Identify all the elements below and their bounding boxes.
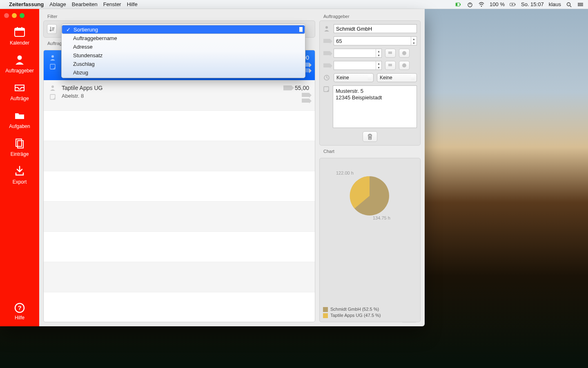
rate-value: 65 bbox=[336, 38, 342, 44]
flag-button[interactable] bbox=[385, 49, 396, 58]
wifi-icon[interactable] bbox=[478, 2, 485, 7]
sidebar-item-kalender[interactable]: Kalender bbox=[0, 22, 39, 50]
trash-icon bbox=[367, 133, 373, 140]
stepper-arrows[interactable]: ▲▼ bbox=[376, 49, 381, 57]
battery-indicator-icon bbox=[455, 2, 462, 7]
list-row-rate: 55,00 bbox=[295, 85, 309, 91]
svg-rect-6 bbox=[515, 4, 515, 5]
sidebar-item-aufgaben[interactable]: Aufgaben bbox=[0, 105, 39, 133]
address-textarea[interactable]: Musterstr. 5 12345 Beispielstadt bbox=[333, 85, 417, 128]
dropdown-option[interactable]: Stundensatz bbox=[62, 51, 305, 60]
discount-input[interactable]: ▲▼ bbox=[334, 61, 382, 70]
menubar-date[interactable]: So. 15:07 bbox=[521, 1, 544, 7]
surcharge-input[interactable]: ▲▼ bbox=[334, 49, 382, 58]
globe-icon bbox=[402, 63, 407, 68]
dropdown-option[interactable]: Adresse bbox=[62, 43, 305, 51]
calendar-icon bbox=[13, 26, 26, 38]
sidebar-item-export[interactable]: Export bbox=[0, 161, 39, 189]
stepper-arrows[interactable]: ▲▼ bbox=[411, 37, 416, 45]
sidebar-item-label: Aufgaben bbox=[9, 123, 30, 129]
globe-button[interactable] bbox=[399, 61, 410, 70]
list-row[interactable] bbox=[44, 141, 315, 171]
menu-hilfe[interactable]: Hilfe bbox=[127, 1, 138, 7]
tag-icon bbox=[323, 62, 330, 69]
svg-rect-16 bbox=[16, 139, 22, 146]
window-controls bbox=[0, 11, 39, 22]
sidebar-item-label: Hilfe bbox=[13, 315, 26, 321]
dropdown-option[interactable]: Sortierung bbox=[62, 25, 305, 34]
svg-rect-2 bbox=[460, 4, 461, 5]
sidebar-item-label: Auftraggeber bbox=[5, 68, 33, 74]
menu-bearbeiten[interactable]: Bearbeiten bbox=[72, 1, 98, 7]
note-icon bbox=[49, 94, 56, 100]
rounding-select-1[interactable]: Keine▲▼ bbox=[334, 73, 374, 82]
flag-icon bbox=[388, 51, 393, 56]
sort-dropdown[interactable]: Sortierung Auftraggebername Adresse Stun… bbox=[61, 24, 305, 78]
list-row[interactable] bbox=[44, 171, 315, 202]
spotlight-icon[interactable] bbox=[566, 2, 572, 7]
list-row[interactable] bbox=[44, 292, 315, 322]
svg-point-4 bbox=[481, 5, 482, 7]
tag-icon bbox=[302, 99, 309, 103]
note-icon bbox=[323, 85, 330, 93]
sort-button[interactable] bbox=[47, 24, 57, 34]
chart-top-label: 122.00 h bbox=[336, 171, 354, 175]
chart-area: 122.00 h 134.75 h Schmidt GmbH (52.5 %) … bbox=[319, 158, 421, 322]
svg-point-7 bbox=[567, 2, 570, 6]
list-row[interactable] bbox=[44, 202, 315, 232]
rate-input[interactable]: 65 ▲▼ bbox=[334, 36, 417, 45]
close-window-button[interactable] bbox=[4, 13, 9, 18]
flag-button[interactable] bbox=[385, 61, 396, 70]
filter-section-label: Filter bbox=[43, 13, 315, 20]
clock-icon bbox=[323, 74, 330, 81]
help-icon: ? bbox=[13, 302, 26, 314]
zoom-window-button[interactable] bbox=[20, 13, 24, 18]
delete-button[interactable] bbox=[363, 131, 377, 142]
list-row[interactable] bbox=[44, 232, 315, 262]
chart-bottom-label: 134.75 h bbox=[373, 215, 390, 220]
minimize-window-button[interactable] bbox=[12, 13, 17, 18]
timer-icon[interactable] bbox=[467, 2, 473, 7]
menu-fenster[interactable]: Fenster bbox=[103, 1, 121, 7]
legend-swatch bbox=[323, 313, 328, 318]
legend-item: Schmidt GmbH (52.5 %) bbox=[323, 306, 381, 312]
svg-rect-1 bbox=[456, 3, 457, 6]
documents-icon bbox=[13, 137, 26, 149]
list-row[interactable] bbox=[44, 262, 315, 292]
globe-button[interactable] bbox=[399, 49, 410, 58]
client-name-input[interactable] bbox=[334, 24, 417, 33]
stepper-arrows[interactable]: ▲▼ bbox=[376, 61, 381, 70]
svg-rect-17 bbox=[18, 141, 23, 148]
tag-icon bbox=[283, 85, 292, 90]
sidebar-item-label: Export bbox=[13, 179, 27, 185]
dropdown-option[interactable]: Abzug bbox=[62, 68, 305, 77]
svg-rect-12 bbox=[15, 28, 24, 31]
export-icon bbox=[13, 165, 26, 177]
flag-icon bbox=[388, 63, 393, 68]
battery-charging-icon bbox=[510, 2, 516, 7]
list-row[interactable]: Taptile Apps UG Abelstr. 8 55,00 bbox=[44, 81, 315, 111]
tag-icon bbox=[323, 49, 330, 57]
svg-rect-25 bbox=[388, 52, 392, 54]
dropdown-option[interactable]: Zuschlag bbox=[62, 60, 305, 68]
pie-chart bbox=[349, 175, 390, 216]
list-row[interactable] bbox=[44, 111, 315, 141]
notification-center-icon[interactable] bbox=[577, 2, 584, 7]
chart-section-label: Chart bbox=[319, 148, 421, 155]
select-value: Keine bbox=[380, 75, 392, 81]
menubar: Zeiterfassung Ablage Bearbeiten Fenster … bbox=[0, 0, 588, 9]
dropdown-option[interactable]: Auftraggebername bbox=[62, 34, 305, 43]
svg-point-24 bbox=[325, 26, 328, 29]
sidebar-item-auftraege[interactable]: Aufträge bbox=[0, 78, 39, 105]
menubar-user[interactable]: klaus bbox=[549, 1, 561, 7]
list-row-name: Taptile Apps UG bbox=[62, 85, 256, 91]
svg-point-8 bbox=[578, 3, 579, 4]
app-menu[interactable]: Zeiterfassung bbox=[9, 1, 44, 7]
sidebar-item-eintraege[interactable]: Einträge bbox=[0, 133, 39, 161]
menu-ablage[interactable]: Ablage bbox=[49, 1, 66, 7]
sidebar-item-label: Einträge bbox=[11, 151, 29, 157]
sidebar-item-auftraggeber[interactable]: Auftraggeber bbox=[0, 50, 39, 78]
rounding-select-2[interactable]: Keine▲▼ bbox=[377, 73, 417, 82]
details-section-label: Auftraggeber bbox=[319, 13, 421, 20]
sidebar-item-hilfe[interactable]: ? Hilfe bbox=[13, 302, 26, 326]
